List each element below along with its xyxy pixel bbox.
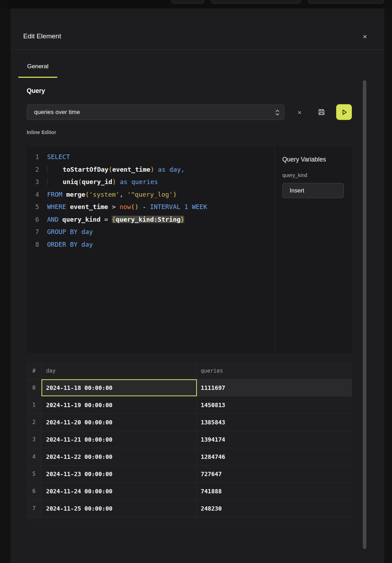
query-variable-name: query_kind <box>282 172 352 178</box>
cell-queries[interactable]: 1284746 <box>197 448 352 465</box>
code-line[interactable]: 6AND query_kind = {query_kind:String} <box>27 213 274 226</box>
code-text: GROUP BY day <box>39 228 93 235</box>
row-index: 6 <box>27 483 41 500</box>
table-footer <box>27 517 352 526</box>
query-variables-panel: Query Variables query_kind Insert <box>275 147 352 353</box>
code-line[interactable]: 2 toStartOfDay(event_time) as day, <box>27 163 274 176</box>
table-row[interactable]: 72024-11-25 00:00:00248230 <box>27 500 352 517</box>
table-row[interactable]: 32024-11-21 00:00:001394174 <box>27 431 352 448</box>
query-select-value: queries over time <box>34 109 80 116</box>
query-variables-heading: Query Variables <box>282 156 352 163</box>
tab-general[interactable]: General <box>18 63 57 78</box>
code-line[interactable]: 1SELECT <box>27 151 274 163</box>
cell-queries[interactable]: 1385843 <box>197 414 352 431</box>
row-index: 4 <box>27 448 41 465</box>
select-chevrons-icon <box>275 109 280 118</box>
table-row[interactable]: 12024-11-19 00:00:001450813 <box>27 397 352 414</box>
query-section-heading: Query <box>27 87 45 95</box>
column-header-index[interactable]: # <box>27 362 41 379</box>
code-line[interactable]: 3 uniq(query_id) as queries <box>27 176 274 188</box>
table-row[interactable]: 62024-11-24 00:00:00741888 <box>27 483 352 500</box>
background-button <box>308 0 384 4</box>
column-header-day[interactable]: day <box>41 362 197 379</box>
code-line[interactable]: 7GROUP BY day <box>27 226 274 238</box>
header-divider <box>11 49 384 50</box>
edit-element-dialog: Edit Element × General Query queries ove… <box>11 8 384 563</box>
close-icon[interactable]: × <box>360 32 370 42</box>
code-text: AND query_kind = {query_kind:String} <box>39 216 184 223</box>
cell-queries[interactable]: 741888 <box>197 483 352 500</box>
play-icon <box>340 108 349 117</box>
column-header-queries[interactable]: queries <box>197 362 352 379</box>
line-number: 5 <box>27 201 39 213</box>
code-text: uniq(query_id) as queries <box>39 178 158 185</box>
code-text: toStartOfDay(event_time) as day, <box>39 166 185 173</box>
cell-queries[interactable]: 1111697 <box>197 379 352 396</box>
line-number: 6 <box>27 213 39 226</box>
line-number: 1 <box>27 151 39 163</box>
table-row[interactable]: 22024-11-20 00:00:001385843 <box>27 414 352 431</box>
row-index: 5 <box>27 466 41 482</box>
insert-variable-button[interactable]: Insert <box>282 183 344 198</box>
cell-queries[interactable]: 1450813 <box>197 397 352 413</box>
table-header-row: # day queries <box>27 362 352 379</box>
code-text: SELECT <box>39 153 70 160</box>
cell-day[interactable]: 2024-11-24 00:00:00 <box>41 483 197 500</box>
cell-day[interactable]: 2024-11-22 00:00:00 <box>41 448 197 465</box>
line-number: 4 <box>27 188 39 201</box>
row-index: 2 <box>27 414 41 431</box>
query-select[interactable]: queries over time <box>27 105 284 120</box>
cell-day[interactable]: 2024-11-21 00:00:00 <box>41 431 197 448</box>
save-icon <box>317 108 326 116</box>
save-query-button[interactable] <box>315 106 328 118</box>
code-line[interactable]: 4FROM merge('system', '^query_log') <box>27 188 274 201</box>
cell-day[interactable]: 2024-11-19 00:00:00 <box>41 397 197 413</box>
table-row[interactable]: 42024-11-22 00:00:001284746 <box>27 448 352 466</box>
cell-day[interactable]: 2024-11-23 00:00:00 <box>41 466 197 482</box>
code-line[interactable]: 8ORDER BY day <box>27 238 274 251</box>
inline-editor-label: Inline Editor <box>27 129 56 135</box>
clear-query-button[interactable]: × <box>295 108 304 118</box>
code-text: ORDER BY day <box>39 241 93 248</box>
code-text: WHERE event_time > now() - INTERVAL 1 WE… <box>39 203 207 210</box>
code-text: FROM merge('system', '^query_log') <box>39 191 177 198</box>
line-number: 8 <box>27 238 39 251</box>
code-lines[interactable]: 1SELECT2 toStartOfDay(event_time) as day… <box>27 147 275 353</box>
code-line[interactable]: 5WHERE event_time > now() - INTERVAL 1 W… <box>27 201 274 213</box>
row-index: 1 <box>27 397 41 413</box>
cell-day[interactable]: 2024-11-18 00:00:00 <box>41 379 197 396</box>
cell-queries[interactable]: 1394174 <box>197 431 352 448</box>
cell-day[interactable]: 2024-11-25 00:00:00 <box>41 500 197 517</box>
dialog-title: Edit Element <box>23 32 61 40</box>
cell-day[interactable]: 2024-11-20 00:00:00 <box>41 414 197 431</box>
table-row[interactable]: 02024-11-18 00:00:001111697 <box>27 379 352 397</box>
row-index: 3 <box>27 431 41 448</box>
results-table: # day queries 02024-11-18 00:00:00111169… <box>27 362 352 526</box>
sql-editor[interactable]: 1SELECT2 toStartOfDay(event_time) as day… <box>27 147 352 353</box>
background-button <box>171 0 204 4</box>
background-button <box>211 0 301 4</box>
run-query-button[interactable] <box>336 104 352 120</box>
table-row[interactable]: 52024-11-23 00:00:00727647 <box>27 466 352 483</box>
line-number: 2 <box>27 163 39 176</box>
background-topbar <box>0 0 392 8</box>
row-index: 7 <box>27 500 41 517</box>
row-index: 0 <box>27 379 41 396</box>
line-number: 7 <box>27 226 39 238</box>
cell-queries[interactable]: 727647 <box>197 466 352 482</box>
results-body: 02024-11-18 00:00:00111169712024-11-19 0… <box>27 379 352 517</box>
modal-scrollbar[interactable] <box>363 80 366 549</box>
cell-queries[interactable]: 248230 <box>197 500 352 517</box>
line-number: 3 <box>27 176 39 188</box>
